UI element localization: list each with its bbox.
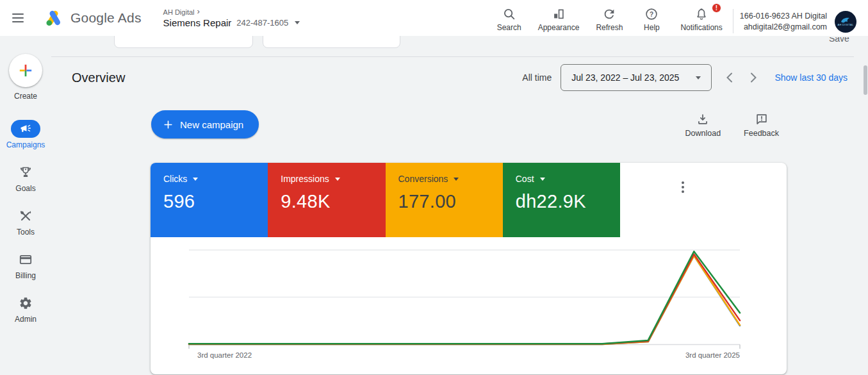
date-range-value: Jul 23, 2022 – Jul 23, 2025 [571, 72, 679, 83]
metric-card-cost[interactable]: Cost dh22.9K [503, 163, 620, 237]
date-range-picker[interactable]: Jul 23, 2022 – Jul 23, 2025 [561, 64, 712, 91]
series-line-conversions [189, 256, 740, 344]
download-label: Download [685, 129, 721, 138]
caret-down-icon [335, 178, 340, 181]
help-label: Help [644, 23, 660, 32]
notifications-label: Notifications [680, 23, 722, 32]
account-id: 166-016-9623 AH Digital [740, 11, 827, 22]
caret-down-icon [454, 178, 459, 181]
help-button[interactable]: ? Help [633, 2, 670, 35]
refresh-label: Refresh [596, 23, 623, 32]
main-content: Save Overview All time Jul 23, 2022 – Ju… [51, 36, 868, 375]
metric-card-clicks[interactable]: Clicks 596 [151, 163, 268, 237]
metric-label: Cost [516, 174, 534, 184]
account-email: ahdigital26@gmail.com [740, 22, 827, 33]
metric-card-impressions[interactable]: Impressions 9.48K [268, 163, 385, 237]
credit-card-icon [18, 252, 33, 267]
date-range-type-label: All time [522, 72, 552, 83]
metric-value: 177.00 [398, 191, 490, 212]
menu-button[interactable] [0, 0, 36, 36]
sidebar-item-label: Billing [15, 271, 36, 280]
search-icon [502, 7, 516, 21]
refresh-icon [602, 7, 616, 21]
megaphone-icon [20, 124, 31, 133]
overview-header: Overview All time Jul 23, 2022 – Jul 23,… [51, 62, 868, 94]
account-info[interactable]: 166-016-9623 AH Digital ahdigital26@gmai… [740, 11, 827, 33]
caret-down-icon [696, 76, 701, 79]
sidebar-item-label: Goals [15, 184, 35, 193]
previous-period-button[interactable] [717, 65, 741, 90]
sidebar-item-tools[interactable]: Tools [11, 207, 40, 237]
bell-icon [694, 7, 708, 21]
chevron-down-icon [295, 21, 300, 24]
hamburger-icon [12, 11, 24, 25]
save-button-clipped[interactable]: Save [829, 37, 849, 47]
chevron-left-icon [726, 72, 733, 83]
series-line-clicks [189, 256, 740, 344]
sidebar-item-billing[interactable]: Billing [11, 251, 40, 280]
appearance-button[interactable]: Appearance [532, 2, 586, 35]
sidebar-item-admin[interactable]: Admin [11, 294, 40, 324]
feedback-label: Feedback [744, 129, 779, 138]
plus-icon [163, 119, 174, 130]
metric-strip: Clicks 596 Impressions 9.48K Conversions… [151, 163, 787, 237]
x-axis-label-end: 3rd quarter 2025 [685, 351, 740, 359]
campaign-selector[interactable]: Siemens Repair 242-487-1605 [163, 17, 300, 28]
customer-id: 242-487-1605 [236, 19, 288, 28]
download-button[interactable]: Download [685, 110, 721, 138]
avatar[interactable]: AH DIGITAL [835, 11, 856, 33]
show-last-30-days-link[interactable]: Show last 30 days [774, 72, 848, 83]
header-divider [51, 56, 854, 57]
create-button-circle [9, 54, 42, 87]
hammer-wrench-icon [18, 208, 33, 224]
overview-summary-card: Clicks 596 Impressions 9.48K Conversions… [151, 163, 787, 374]
metric-value: 9.48K [281, 191, 372, 212]
metric-value: dh22.9K [516, 191, 607, 212]
download-icon [696, 112, 710, 126]
topbar-divider [733, 9, 733, 33]
sidebar-item-label: Tools [17, 228, 35, 237]
vertical-scrollbar-thumb[interactable] [864, 65, 867, 95]
notifications-button[interactable]: ! Notifications [674, 2, 728, 35]
top-app-bar: Google Ads AH Digital › Siemens Repair 2… [0, 0, 868, 36]
sidebar-item-label: Admin [15, 315, 37, 324]
multicolor-plus-icon [19, 63, 33, 78]
gear-icon [19, 296, 33, 310]
google-ads-logo-icon [45, 9, 63, 27]
breadcrumb-account[interactable]: AH Digital [163, 8, 195, 17]
next-period-button[interactable] [741, 65, 766, 90]
trophy-icon [18, 165, 33, 180]
card-more-options-button[interactable] [675, 179, 691, 195]
caret-down-icon [540, 178, 545, 181]
feedback-icon [755, 112, 769, 126]
metric-card-conversions[interactable]: Conversions 177.00 [386, 163, 503, 237]
caret-down-icon [193, 178, 198, 181]
new-campaign-label: New campaign [180, 119, 243, 130]
feedback-button[interactable]: Feedback [744, 110, 779, 138]
notification-badge: ! [712, 3, 721, 13]
campaign-name: Siemens Repair [163, 17, 232, 28]
x-axis-label-start: 3rd quarter 2022 [197, 351, 252, 359]
breadcrumb: AH Digital › Siemens Repair 242-487-1605 [163, 7, 300, 28]
google-ads-logo[interactable]: Google Ads [36, 9, 142, 27]
avatar-text: AH DIGITAL [838, 23, 854, 26]
series-line-impressions [189, 254, 740, 344]
sidebar-item-goals[interactable]: Goals [11, 163, 40, 193]
actions-row: New campaign Download Feedback [51, 110, 868, 142]
search-button[interactable]: Search [491, 2, 528, 35]
appearance-label: Appearance [538, 23, 580, 32]
help-icon: ? [644, 7, 659, 21]
sidebar-item-create[interactable]: Create [9, 54, 42, 101]
metric-label: Conversions [398, 174, 448, 184]
search-label: Search [497, 23, 521, 32]
product-name: Google Ads [70, 10, 142, 26]
left-navigation-rail: Create Campaigns Goals [0, 36, 51, 375]
sidebar-item-campaigns[interactable]: Campaigns [6, 120, 45, 149]
refresh-button[interactable]: Refresh [589, 2, 629, 35]
breadcrumb-chevron-icon: › [197, 7, 200, 17]
new-campaign-button[interactable]: New campaign [151, 110, 259, 138]
svg-text:?: ? [650, 10, 653, 17]
topbar-actions: Search Appearance Refresh ? Help [491, 2, 729, 35]
sidebar-item-label: Campaigns [6, 140, 45, 149]
appearance-icon [552, 7, 566, 21]
